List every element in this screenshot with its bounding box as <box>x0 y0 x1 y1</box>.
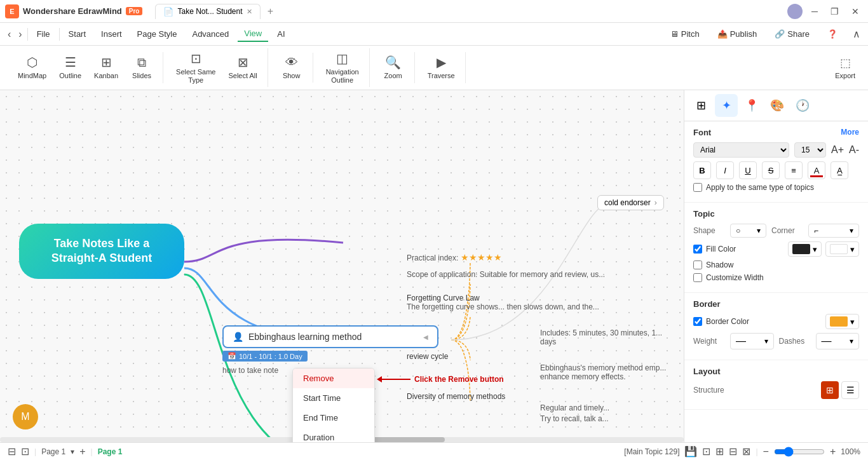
expand-icon[interactable]: ⊟ <box>729 445 737 457</box>
fullscreen-icon[interactable]: ⊠ <box>742 445 750 457</box>
maximize-button[interactable]: ❐ <box>827 5 843 18</box>
select-all-btn[interactable]: ⊠ Select All <box>223 48 262 87</box>
fill-color-checkbox[interactable] <box>693 245 702 254</box>
border-color-indicator <box>830 316 848 327</box>
fill-secondary-swatch[interactable]: ▾ <box>825 241 859 257</box>
show-icon: 👁 <box>285 55 298 70</box>
fill-color-swatch[interactable]: ▾ <box>788 241 822 257</box>
help-button[interactable]: ❓ <box>822 27 843 41</box>
underline-btn[interactable]: U <box>739 161 757 179</box>
panel-tab-style[interactable]: ✦ <box>715 94 738 117</box>
font-highlight-btn[interactable]: A̲ <box>831 161 848 179</box>
show-group: 👁 Show <box>271 53 313 83</box>
apply-same-checkbox[interactable] <box>693 183 702 192</box>
minimize-button[interactable]: ─ <box>808 5 822 18</box>
slides-btn[interactable]: ⧉ Slides <box>126 52 158 83</box>
add-page-btn[interactable]: + <box>79 446 85 457</box>
nav-back[interactable]: ‹ <box>5 27 13 41</box>
panel-tab-clock[interactable]: 🕐 <box>791 94 814 117</box>
info-forgetting: Forgetting Curve Law The forgetting curv… <box>407 294 599 311</box>
pitch-button[interactable]: 🖥 cold endorser Pitch <box>665 27 705 41</box>
menu-page-style[interactable]: Page Style <box>131 27 184 41</box>
titlebar-right: ─ ❐ ✕ <box>787 4 863 19</box>
context-menu: Remove Start Time End Time Duration <box>292 368 375 442</box>
kanban-btn[interactable]: ⊞ Kanban <box>89 52 123 83</box>
grid-icon[interactable]: ⊡ <box>702 445 710 457</box>
menu-insert[interactable]: Insert <box>95 27 128 41</box>
menu-advanced[interactable]: Advanced <box>186 27 235 41</box>
bold-btn[interactable]: B <box>693 161 711 179</box>
cold-endorser-node: cold endorser › <box>597 195 664 210</box>
tab-active[interactable]: 📄 Take Not... Student ✕ <box>155 4 260 19</box>
main-node[interactable]: Take Notes Like a Straight-A Student <box>19 224 184 279</box>
context-menu-start-time[interactable]: Start Time <box>293 388 374 408</box>
border-color-row: Border Color ▾ <box>693 314 859 329</box>
mindmap-label: MindMap <box>18 72 46 80</box>
font-more[interactable]: More <box>841 128 859 137</box>
fit-icon[interactable]: ⊞ <box>715 445 724 457</box>
topic-collapse[interactable]: ◀ <box>423 334 428 341</box>
menu-ai[interactable]: AI <box>271 27 291 41</box>
close-button[interactable]: ✕ <box>848 5 863 18</box>
panel-tab-layout[interactable]: ⊞ <box>689 94 712 117</box>
slides-icon: ⧉ <box>137 55 146 70</box>
view-toggle-icon[interactable]: ⊟ <box>8 445 16 457</box>
font-increase-btn[interactable]: A+ <box>831 144 844 156</box>
export-group: ⬚ Export <box>830 53 860 82</box>
font-decrease-btn[interactable]: A- <box>849 144 859 156</box>
font-family-row: Arial 15 A+ A- <box>693 142 859 158</box>
italic-btn[interactable]: I <box>716 161 734 179</box>
zoom-btn[interactable]: 🔍 Zoom <box>377 52 409 83</box>
structure-btn-1[interactable]: ⊞ <box>821 381 839 399</box>
strikethrough-btn[interactable]: S <box>762 161 780 179</box>
export-btn[interactable]: ⬚ Export <box>830 53 860 82</box>
tab-close[interactable]: ✕ <box>247 8 252 16</box>
topic-node[interactable]: 👤 Ebbinghaus learning method ◀ <box>222 325 438 348</box>
panel-tab-theme[interactable]: 🎨 <box>766 94 789 117</box>
shape-select[interactable]: ○ ▾ <box>730 224 766 238</box>
logo-icon: E <box>5 4 19 18</box>
weight-select[interactable]: — ▾ <box>730 333 774 349</box>
structure-icon-2: ☰ <box>846 385 855 395</box>
mindmap-btn[interactable]: ⬡ MindMap <box>13 52 51 83</box>
share-button[interactable]: 🔗 Share <box>770 27 815 41</box>
align-btn[interactable]: ≡ <box>785 161 803 179</box>
shadow-checkbox[interactable] <box>693 260 702 269</box>
context-menu-duration[interactable]: Duration <box>293 428 374 442</box>
layout-section: Layout Structure ⊞ ☰ <box>684 360 868 410</box>
customize-width-checkbox[interactable] <box>693 273 702 282</box>
structure-btn-2[interactable]: ☰ <box>841 381 859 399</box>
font-family-select[interactable]: Arial <box>693 142 789 158</box>
topic-text: Ebbinghaus learning method <box>248 332 362 342</box>
menu-view[interactable]: View <box>238 26 268 42</box>
context-menu-end-time[interactable]: End Time <box>293 408 374 428</box>
outline-btn[interactable]: ☰ Outline <box>54 52 86 83</box>
publish-button[interactable]: 📤 Publish <box>712 27 763 41</box>
font-color-btn[interactable]: A <box>808 161 825 179</box>
zoom-out-btn[interactable]: − <box>763 446 769 457</box>
corner-select[interactable]: ⌐ ▾ <box>808 224 859 238</box>
nav-forward[interactable]: › <box>16 27 24 41</box>
context-menu-remove[interactable]: Remove <box>293 369 374 388</box>
collapse-button[interactable]: ∧ <box>850 27 863 41</box>
border-color-swatch[interactable]: ▾ <box>825 314 859 329</box>
menu-file[interactable]: File <box>31 27 57 41</box>
canvas[interactable]: cold endorser › Take Notes Like a Straig… <box>0 90 684 442</box>
zoom-in-btn[interactable]: + <box>830 446 836 457</box>
tab-add[interactable]: + <box>263 4 278 19</box>
zoom-slider[interactable] <box>774 447 825 457</box>
panel-tab-location[interactable]: 📍 <box>740 94 763 117</box>
app-logo: E Wondershare EdrawMind Pro <box>5 4 142 18</box>
panel-toggle-icon[interactable]: ⊡ <box>21 445 29 457</box>
select-same-type-btn[interactable]: ⊡ Select SameType <box>171 48 220 87</box>
font-size-select[interactable]: 15 <box>794 142 826 158</box>
menu-start[interactable]: Start <box>62 27 92 41</box>
show-btn[interactable]: 👁 Show <box>276 53 308 83</box>
dashes-select[interactable]: — ▾ <box>816 333 860 349</box>
save-icon[interactable]: 💾 <box>684 445 697 457</box>
page-dropdown[interactable]: ▾ <box>71 447 74 456</box>
border-color-checkbox[interactable] <box>693 317 702 326</box>
traverse-btn[interactable]: ▶ Traverse <box>423 52 460 83</box>
fill-secondary-indicator <box>830 244 848 254</box>
nav-outline-btn[interactable]: ◫ NavigationOutline <box>321 48 364 87</box>
